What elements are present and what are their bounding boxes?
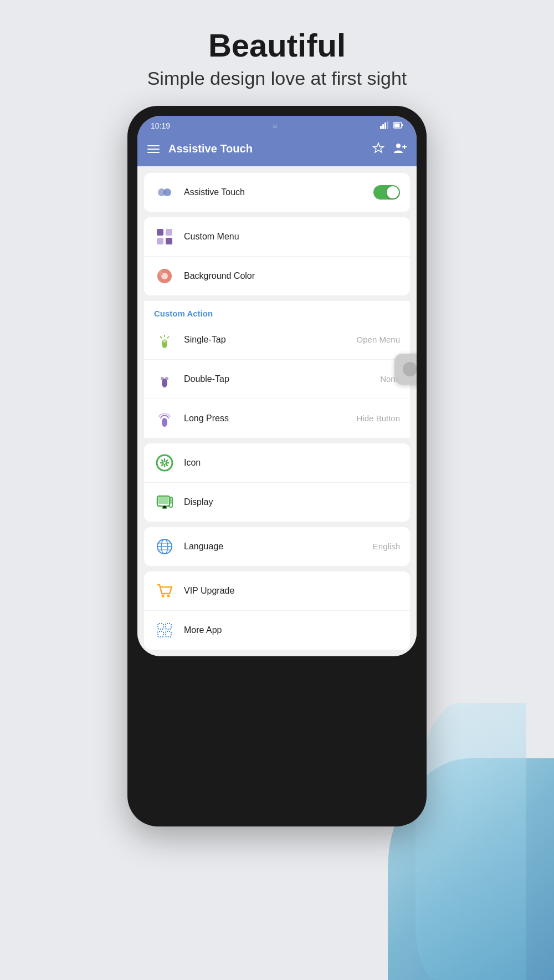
cart-icon — [154, 580, 175, 601]
svg-rect-38 — [158, 624, 163, 629]
header-section: Beautiful Simple design love at first si… — [147, 28, 407, 89]
assistive-touch-label: Assistive Touch — [184, 187, 373, 197]
svg-rect-6 — [402, 124, 403, 126]
status-bar: 10:19 ○ — [137, 116, 417, 135]
svg-point-37 — [167, 594, 170, 597]
background-color-item[interactable]: Background Color — [144, 257, 410, 295]
svg-point-25 — [162, 418, 167, 427]
status-time: 10:19 — [151, 121, 170, 130]
phone-frame: 10:19 ○ — [127, 106, 427, 826]
language-value: English — [373, 542, 400, 551]
long-press-item[interactable]: Long Press Hide Button — [144, 399, 410, 438]
custom-action-card: Custom Action Single-Tap Open Menu — [144, 301, 410, 438]
vip-upgrade-item[interactable]: VIP Upgrade — [144, 571, 410, 611]
svg-rect-1 — [382, 124, 384, 129]
display-icon — [154, 492, 175, 513]
long-press-icon — [154, 408, 175, 429]
svg-point-26 — [157, 455, 172, 471]
long-press-value: Hide Button — [357, 414, 400, 423]
svg-rect-14 — [166, 229, 172, 236]
language-card: Language English — [144, 527, 410, 566]
svg-rect-30 — [171, 498, 172, 504]
single-tap-label: Single-Tap — [184, 335, 357, 345]
assistive-touch-card: Assistive Touch — [144, 173, 410, 212]
svg-point-8 — [396, 144, 401, 148]
svg-rect-3 — [387, 121, 388, 129]
custom-action-header: Custom Action — [144, 301, 410, 320]
menu-icon[interactable] — [147, 145, 160, 153]
language-label: Language — [184, 542, 373, 552]
double-tap-icon — [154, 369, 175, 390]
battery-icon — [393, 122, 403, 130]
status-icons — [380, 121, 403, 131]
bg-decoration2 — [416, 703, 526, 980]
single-tap-value: Open Menu — [357, 335, 400, 344]
custom-menu-label: Custom Menu — [184, 232, 400, 242]
single-tap-icon — [154, 329, 175, 350]
phone-screen: 10:19 ○ — [137, 116, 417, 656]
signal-icon — [380, 121, 390, 131]
floating-assistive-button[interactable] — [394, 354, 417, 385]
globe-icon — [154, 536, 175, 557]
double-tap-label: Double-Tap — [184, 374, 380, 384]
svg-rect-39 — [166, 624, 171, 629]
vip-more-card: VIP Upgrade More App — [144, 571, 410, 650]
icon-item[interactable]: Icon — [144, 443, 410, 483]
app-bar: Assistive Touch — [137, 135, 417, 166]
svg-point-12 — [163, 188, 171, 196]
content-area: Assistive Touch — [137, 166, 417, 656]
menu-settings-card: Custom Menu Background Color — [144, 217, 410, 295]
app-bar-icons — [372, 142, 407, 156]
svg-point-19 — [159, 270, 163, 276]
icon-setting-icon — [154, 452, 175, 473]
floating-btn-inner — [403, 362, 417, 376]
background-color-label: Background Color — [184, 271, 400, 281]
more-app-label: More App — [184, 625, 400, 635]
svg-rect-40 — [158, 631, 163, 637]
header-subtitle: Simple design love at first sight — [147, 68, 407, 89]
display-item[interactable]: Display — [144, 483, 410, 522]
star-icon[interactable] — [372, 142, 384, 156]
svg-rect-41 — [166, 631, 171, 637]
assistive-touch-item[interactable]: Assistive Touch — [144, 173, 410, 212]
svg-point-23 — [161, 377, 164, 380]
double-tap-item[interactable]: Double-Tap None — [144, 360, 410, 399]
apps-icon — [154, 620, 175, 641]
custom-menu-item[interactable]: Custom Menu — [144, 217, 410, 257]
assistive-touch-toggle[interactable] — [373, 185, 400, 200]
camera-indicator: ○ — [273, 122, 278, 130]
app-bar-title: Assistive Touch — [168, 142, 372, 155]
svg-marker-7 — [373, 143, 384, 152]
language-item[interactable]: Language English — [144, 527, 410, 566]
svg-point-36 — [162, 594, 165, 597]
svg-rect-2 — [384, 122, 386, 129]
svg-rect-16 — [166, 238, 172, 244]
toggle-knob — [387, 186, 399, 198]
svg-rect-5 — [394, 123, 400, 127]
assistive-touch-icon — [154, 182, 175, 203]
long-press-label: Long Press — [184, 414, 357, 423]
header-title: Beautiful — [147, 28, 407, 63]
svg-point-21 — [163, 339, 166, 343]
more-app-item[interactable]: More App — [144, 611, 410, 650]
svg-point-24 — [165, 377, 168, 380]
single-tap-item[interactable]: Single-Tap Open Menu — [144, 320, 410, 360]
custom-menu-icon — [154, 226, 175, 247]
svg-rect-0 — [380, 126, 382, 129]
add-person-icon[interactable] — [393, 142, 407, 156]
icon-label: Icon — [184, 458, 400, 468]
svg-rect-13 — [157, 229, 163, 236]
svg-rect-15 — [157, 238, 163, 244]
palette-icon — [154, 266, 175, 287]
svg-rect-28 — [158, 497, 168, 504]
icon-display-card: Icon Display — [144, 443, 410, 522]
display-label: Display — [184, 497, 400, 507]
vip-upgrade-label: VIP Upgrade — [184, 586, 400, 596]
